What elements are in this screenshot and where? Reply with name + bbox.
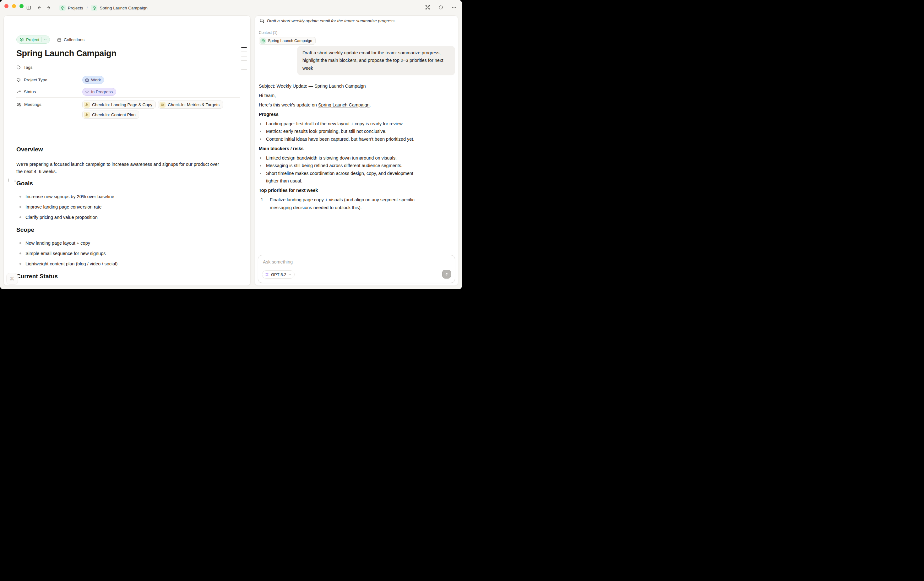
meeting-chip[interactable]: Check-in: Metrics & Targets: [158, 101, 223, 109]
collections-label: Collections: [64, 37, 84, 42]
assistant-header[interactable]: Draft a short weekly update email for th…: [255, 16, 458, 26]
bullet-dot: [20, 206, 21, 208]
current-status-list: First landing page draft is ready for re…: [16, 286, 240, 286]
minimize-window-button[interactable]: [12, 4, 16, 8]
document-content: Project Collections Spring Launch Campai…: [4, 16, 250, 286]
people-icon: [160, 102, 165, 108]
list-item: Content: initial ideas have been capture…: [259, 135, 417, 143]
blockers-list: Limited design bandwidth is slowing down…: [259, 154, 451, 185]
chat-bubbles-icon: [259, 18, 264, 23]
property-label[interactable]: Status: [16, 86, 79, 97]
people-icon: [84, 102, 90, 108]
collections-button[interactable]: Collections: [57, 37, 84, 42]
outline-bar: [241, 60, 247, 61]
list-item: Messaging is still being refined across …: [259, 162, 417, 170]
outline-bar: [241, 56, 247, 57]
list-item: Limited design bandwidth is slowing down…: [259, 154, 417, 162]
list-item[interactable]: First landing page draft is ready for re…: [16, 286, 240, 286]
box-icon: [261, 38, 266, 44]
close-window-button[interactable]: [4, 4, 8, 8]
user-message-bubble: Draft a short weekly update email for th…: [297, 46, 455, 75]
list-number: 1.: [261, 196, 264, 204]
scope-list: New landing page layout + copy Simple em…: [16, 240, 240, 267]
breadcrumb-item-current[interactable]: Spring Launch Campaign: [91, 5, 147, 11]
campaign-link[interactable]: Spring Launch Campaign: [318, 102, 370, 107]
model-selector[interactable]: GPT-5.2: [262, 271, 295, 279]
zoom-window-button[interactable]: [20, 4, 23, 8]
outline-bar: [241, 51, 247, 53]
graph-icon[interactable]: [425, 5, 430, 10]
list-item: 1.Finalize landing page copy + visuals (…: [259, 196, 417, 211]
divider: [41, 37, 42, 42]
chevron-down-icon: [44, 38, 47, 41]
window-controls: [4, 4, 23, 8]
composer: GPT-5.2: [258, 255, 455, 283]
list-item[interactable]: Lightweight content plan (blog / video /…: [16, 261, 240, 267]
list-item[interactable]: Increase new signups by 20% over baselin…: [16, 194, 240, 200]
send-button[interactable]: [442, 270, 451, 279]
openai-logo-icon: [265, 272, 269, 277]
bullet-dot: [260, 165, 261, 167]
bullet-dot: [20, 253, 21, 254]
breadcrumb: Projects / Spring Launch Campaign: [59, 4, 148, 12]
context-chip[interactable]: Spring Launch Campaign: [259, 37, 316, 45]
assistant-conversation[interactable]: Context (1) Spring Launch Campaign Draft…: [255, 26, 458, 253]
forward-button[interactable]: [46, 5, 51, 10]
property-label[interactable]: Meetings: [16, 101, 79, 119]
list-item: Metrics: early results look promising, b…: [259, 127, 417, 135]
sidebar-toggle-icon[interactable]: [26, 5, 31, 10]
tags-row[interactable]: Tags: [16, 64, 240, 70]
assistant-header-title: Draft a short weekly update email for th…: [267, 18, 398, 23]
list-item: Landing page: first draft of the new lay…: [259, 120, 417, 128]
trending-up-icon: [16, 89, 21, 94]
back-button[interactable]: [37, 5, 42, 10]
tag-icon: [16, 78, 21, 82]
toolbar-actions: [425, 5, 457, 10]
list-item[interactable]: Improve landing page conversion rate: [16, 204, 240, 210]
command-shortcut-button[interactable]: ⌘: [6, 273, 18, 284]
properties-table: Project Type Work Status: [16, 74, 240, 122]
property-row-project-type: Project Type Work: [16, 74, 240, 86]
list-item: Short timeline makes coordination across…: [259, 170, 417, 185]
drag-handle-icon[interactable]: [13, 178, 17, 182]
bullet-dot: [260, 139, 261, 140]
overview-paragraph[interactable]: We’re preparing a focused launch campaig…: [16, 161, 224, 175]
bullet-dot: [20, 263, 21, 265]
section-heading-scope[interactable]: Scope: [16, 226, 240, 234]
property-label[interactable]: Project Type: [16, 74, 79, 86]
briefcase-icon: [85, 78, 89, 82]
progress-list: Landing page: first draft of the new lay…: [259, 120, 451, 143]
tags-label: Tags: [23, 65, 33, 70]
section-heading-current-status[interactable]: Current Status: [16, 272, 240, 280]
document-panel: Project Collections Spring Launch Campai…: [3, 15, 251, 286]
meeting-chip[interactable]: Check-in: Landing Page & Copy: [82, 101, 156, 109]
list-item[interactable]: Clarify pricing and value proposition: [16, 215, 240, 220]
property-value-cell: Check-in: Landing Page & Copy Check-in: …: [79, 101, 240, 119]
arrow-up-icon: [444, 272, 449, 277]
goals-list: Increase new signups by 20% over baselin…: [16, 194, 240, 220]
more-options-icon[interactable]: [451, 5, 457, 10]
outline-indicator[interactable]: [241, 47, 247, 70]
bullet-dot: [20, 196, 21, 198]
page-title[interactable]: Spring Launch Campaign: [16, 48, 240, 59]
list-item[interactable]: New landing page layout + copy: [16, 240, 240, 246]
section-heading-overview[interactable]: Overview: [16, 146, 240, 153]
sync-dashed-circle-icon[interactable]: [438, 5, 444, 10]
bullet-dot: [260, 123, 261, 125]
assistant-response: Subject: Weekly Update — Spring Launch C…: [259, 82, 451, 212]
status-value-pill[interactable]: In Progress: [82, 88, 116, 96]
ask-input[interactable]: [263, 259, 450, 266]
bullet-dot: [260, 173, 261, 174]
breadcrumb-label: Spring Launch Campaign: [99, 6, 147, 10]
list-item[interactable]: Simple email sequence for new signups: [16, 251, 240, 256]
object-type-button[interactable]: Project: [16, 35, 50, 44]
section-heading-goals[interactable]: Goals: [16, 180, 240, 187]
project-type-value-pill[interactable]: Work: [82, 76, 104, 84]
email-intro: Here’s this week’s update on Spring Laun…: [259, 101, 422, 109]
breadcrumb-label: Projects: [68, 6, 83, 10]
meeting-chip[interactable]: Check-in: Content Plan: [82, 111, 139, 119]
email-greeting: Hi team,: [259, 92, 422, 99]
add-block-icon[interactable]: [6, 178, 11, 182]
breadcrumb-item-projects[interactable]: Projects: [59, 5, 83, 11]
breadcrumb-separator: /: [87, 6, 88, 10]
